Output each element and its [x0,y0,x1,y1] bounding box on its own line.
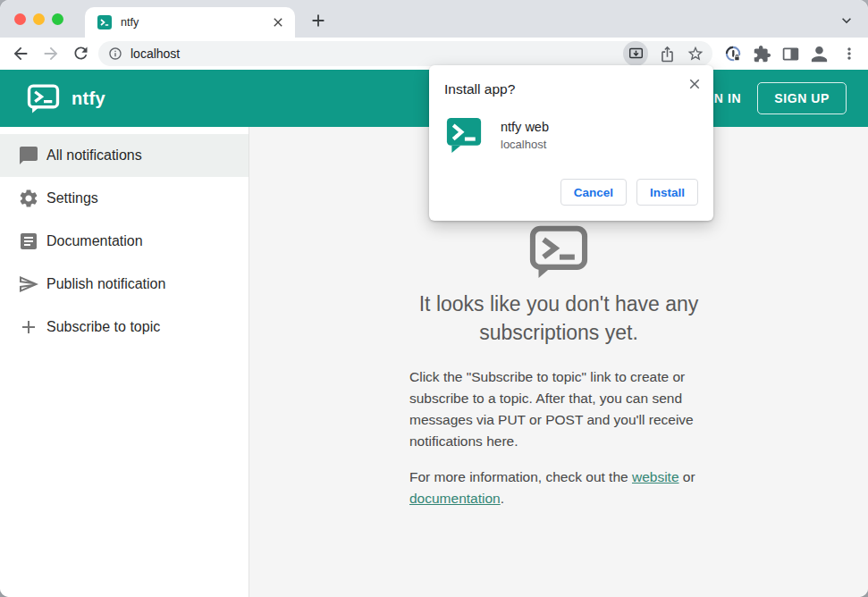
sidebar-item-label: Settings [46,190,98,206]
reload-button[interactable] [72,44,90,63]
sidebar-item-label: All notifications [46,147,142,164]
sidebar-item-settings[interactable]: Settings [0,177,249,220]
sidebar-item-all-notifications[interactable]: All notifications [0,134,249,177]
address-bar[interactable]: localhost [98,41,712,66]
ntfy-logo-gray-icon [529,225,588,279]
dialog-app-name: ntfy web [501,120,549,134]
tab-title: ntfy [121,16,270,29]
side-panel-icon[interactable] [781,45,800,63]
chat-bubble-icon [18,145,39,166]
empty-state-paragraph: Click the "Subscribe to topic" link to c… [409,366,708,452]
dialog-title: Install app? [444,81,515,97]
browser-tab[interactable]: ntfy [85,7,295,38]
tab-search-chevron-icon[interactable] [838,12,855,29]
ntfy-app-icon [446,116,482,154]
share-icon[interactable] [659,46,676,63]
dialog-app-texts: ntfy web localhost [501,120,549,151]
send-icon [18,273,39,295]
window-zoom-icon[interactable] [52,13,63,25]
sidebar-item-label: Publish notification [46,276,165,292]
dialog-app-origin: localhost [501,138,549,151]
sign-up-button[interactable]: SIGN UP [757,82,847,114]
bookmark-star-icon[interactable] [687,45,704,63]
sidebar-item-label: Documentation [46,233,143,249]
ntfy-logo-icon [27,84,60,114]
website-link[interactable]: website [632,469,679,484]
sidebar-item-publish-notification[interactable]: Publish notification [0,263,249,306]
para2-mid: or [679,469,695,484]
gear-icon [18,188,39,209]
dialog-app-row: ntfy web localhost [446,116,549,154]
tab-strip: ntfy [0,0,868,38]
site-info-icon[interactable] [108,46,122,61]
sidebar-item-label: Subscribe to topic [46,319,160,335]
install-app-icon[interactable] [623,41,648,66]
dialog-close-icon[interactable] [687,76,703,92]
para2-suffix: . [501,491,504,506]
profile-avatar-icon[interactable] [809,44,830,64]
window-minimize-icon[interactable] [33,13,45,25]
cancel-button[interactable]: Cancel [560,179,627,206]
ntfy-favicon-icon [97,15,112,29]
documentation-link[interactable]: documentation [409,491,501,506]
more-menu-icon[interactable] [840,45,858,63]
plus-icon [18,316,39,338]
url-text[interactable]: localhost [131,46,623,61]
back-button[interactable] [11,44,30,63]
sidebar-item-subscribe-to-topic[interactable]: Subscribe to topic [0,306,249,349]
sidebar-item-documentation[interactable]: Documentation [0,220,249,263]
article-icon [18,231,39,252]
dialog-buttons: Cancel Install [560,179,698,206]
browser-window: ntfy localhost [0,0,868,597]
new-tab-button[interactable] [308,11,328,30]
window-close-icon[interactable] [14,13,26,25]
traffic-lights [14,13,63,25]
brand-title: ntfy [72,88,105,109]
extension-lock-icon[interactable] [724,45,743,63]
empty-state-heading: It looks like you don't have any subscri… [389,290,729,347]
empty-state-links-paragraph: For more information, check out the webs… [409,467,708,509]
install-app-dialog: Install app? ntfy web localhost Cancel I… [429,65,713,221]
extensions-puzzle-icon[interactable] [753,45,771,63]
install-button[interactable]: Install [636,179,698,206]
tab-close-icon[interactable] [270,14,286,30]
sidebar: All notifications Settings Documentation… [0,127,249,597]
forward-button[interactable] [41,44,61,63]
para2-prefix: For more information, check out the [409,469,632,484]
